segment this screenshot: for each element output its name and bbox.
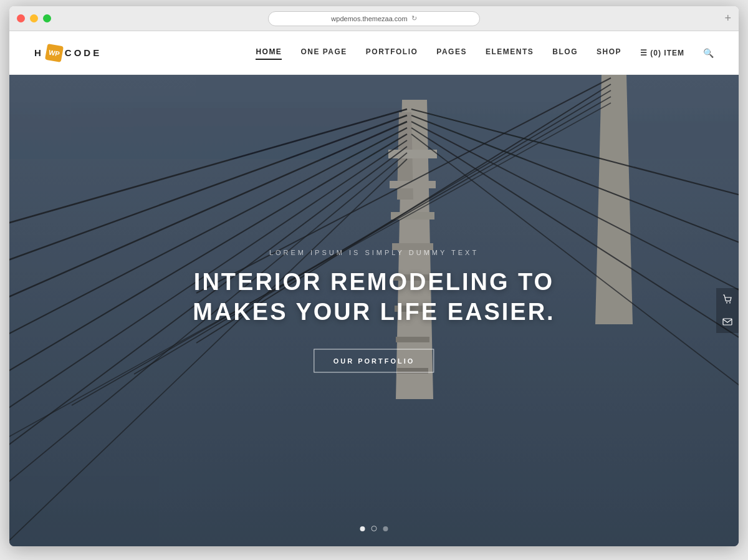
svg-point-33 xyxy=(729,302,731,304)
nav-cart[interactable]: ☰ (0) ITEM xyxy=(640,49,684,57)
site-header: H wp CODE HOME ONE PAGE PORTFOLIO PAGES … xyxy=(9,31,739,75)
side-mail-icon[interactable] xyxy=(716,311,739,333)
nav-home[interactable]: HOME xyxy=(256,47,282,59)
nav-elements[interactable]: ELEMENTS xyxy=(486,47,534,59)
nav-shop[interactable]: SHOP xyxy=(597,47,621,59)
svg-rect-34 xyxy=(723,319,732,325)
logo-suffix: CODE xyxy=(65,47,102,58)
side-cart-icon[interactable] xyxy=(716,288,739,311)
hero-subtitle: LOREM IPSUM IS SIMPLY DUMMY TEXT xyxy=(193,249,555,256)
hero-content: LOREM IPSUM IS SIMPLY DUMMY TEXT INTERIO… xyxy=(193,249,555,373)
close-button[interactable] xyxy=(17,14,25,22)
hero-cta-button[interactable]: OUR PORTFOLIO xyxy=(314,349,434,373)
svg-point-32 xyxy=(726,302,727,304)
nav-blog[interactable]: BLOG xyxy=(552,47,578,59)
dot-3[interactable] xyxy=(383,526,388,531)
search-icon[interactable]: 🔍 xyxy=(703,48,714,58)
site-logo[interactable]: H wp CODE xyxy=(34,45,102,61)
minimize-button[interactable] xyxy=(30,14,38,22)
maximize-button[interactable] xyxy=(43,14,51,22)
nav-pages[interactable]: PAGES xyxy=(436,47,467,59)
logo-prefix: H xyxy=(34,47,44,58)
side-icons xyxy=(716,288,739,333)
hero-title: INTERIOR REMODELING TO MAKES YOUR LIFE E… xyxy=(193,268,555,327)
refresh-icon[interactable]: ↻ xyxy=(411,14,417,22)
window-controls xyxy=(17,14,51,22)
browser-window: wpdemos.themezaa.com ↻ + H wp CODE HOME … xyxy=(9,6,739,546)
slider-dots xyxy=(360,526,388,531)
dot-2[interactable] xyxy=(372,526,377,531)
main-nav: HOME ONE PAGE PORTFOLIO PAGES ELEMENTS B… xyxy=(256,47,714,59)
address-bar[interactable]: wpdemos.themezaa.com ↻ xyxy=(268,11,480,26)
new-tab-button[interactable]: + xyxy=(724,12,731,25)
nav-portfolio[interactable]: PORTFOLIO xyxy=(366,47,418,59)
url-text: wpdemos.themezaa.com xyxy=(331,15,407,22)
nav-one-page[interactable]: ONE PAGE xyxy=(300,47,347,59)
dot-1[interactable] xyxy=(360,526,365,531)
hero-section: LOREM IPSUM IS SIMPLY DUMMY TEXT INTERIO… xyxy=(9,75,739,546)
titlebar: wpdemos.themezaa.com ↻ + xyxy=(9,6,739,31)
logo-icon: wp xyxy=(45,43,64,62)
